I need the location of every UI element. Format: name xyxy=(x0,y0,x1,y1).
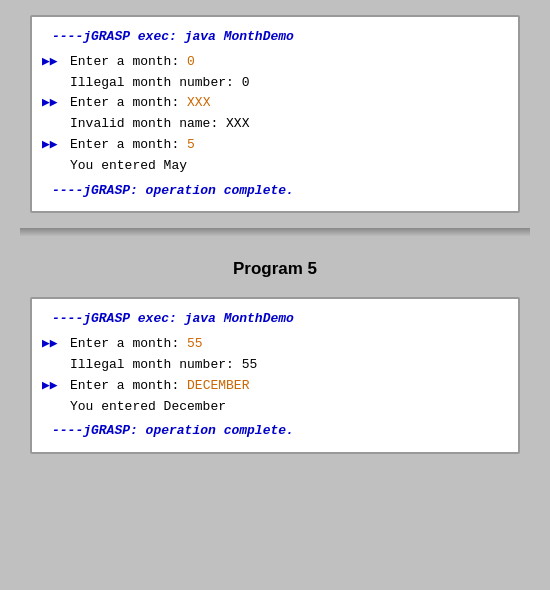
line-text: Enter a month: 0 xyxy=(70,52,508,73)
program-title: Program 5 xyxy=(233,259,317,279)
line-row: You entered December xyxy=(42,397,508,418)
arrow-col: ▶▶ xyxy=(42,334,70,355)
line-text: Enter a month: XXX xyxy=(70,93,508,114)
terminal-footer-1: ----jGRASP: operation complete. xyxy=(42,181,508,202)
line-text: You entered December xyxy=(70,397,508,418)
line-row: You entered May xyxy=(42,156,508,177)
arrow-col: ▶▶ xyxy=(42,93,70,114)
arrow-col: ▶▶ xyxy=(42,52,70,73)
arrow-col: ▶▶ xyxy=(42,376,70,397)
line-text: Enter a month: DECEMBER xyxy=(70,376,508,397)
terminal-footer-2: ----jGRASP: operation complete. xyxy=(42,421,508,442)
terminal-lines-2: ▶▶Enter a month: 55Illegal month number:… xyxy=(42,334,508,417)
arrow-icon: ▶▶ xyxy=(42,135,58,156)
terminal-lines-1: ▶▶Enter a month: 0Illegal month number: … xyxy=(42,52,508,177)
arrow-icon: ▶▶ xyxy=(42,52,58,73)
line-row: Illegal month number: 55 xyxy=(42,355,508,376)
line-text: You entered May xyxy=(70,156,508,177)
arrow-icon: ▶▶ xyxy=(42,376,58,397)
line-row: ▶▶Enter a month: 5 xyxy=(42,135,508,156)
terminal-box-1: ----jGRASP exec: java MonthDemo ▶▶Enter … xyxy=(30,15,520,213)
line-text: Invalid month name: XXX xyxy=(70,114,508,135)
terminal-box-2: ----jGRASP exec: java MonthDemo ▶▶Enter … xyxy=(30,297,520,454)
arrow-icon: ▶▶ xyxy=(42,334,58,355)
arrow-col: ▶▶ xyxy=(42,135,70,156)
line-row: ▶▶Enter a month: 0 xyxy=(42,52,508,73)
line-row: ▶▶Enter a month: 55 xyxy=(42,334,508,355)
line-text: Illegal month number: 0 xyxy=(70,73,508,94)
terminal-header-2: ----jGRASP exec: java MonthDemo xyxy=(42,309,508,330)
divider xyxy=(20,228,530,236)
line-row: ▶▶Enter a month: XXX xyxy=(42,93,508,114)
line-row: Illegal month number: 0 xyxy=(42,73,508,94)
line-row: ▶▶Enter a month: DECEMBER xyxy=(42,376,508,397)
line-row: Invalid month name: XXX xyxy=(42,114,508,135)
arrow-icon: ▶▶ xyxy=(42,93,58,114)
terminal-header-1: ----jGRASP exec: java MonthDemo xyxy=(42,27,508,48)
line-text: Enter a month: 55 xyxy=(70,334,508,355)
line-text: Illegal month number: 55 xyxy=(70,355,508,376)
line-text: Enter a month: 5 xyxy=(70,135,508,156)
